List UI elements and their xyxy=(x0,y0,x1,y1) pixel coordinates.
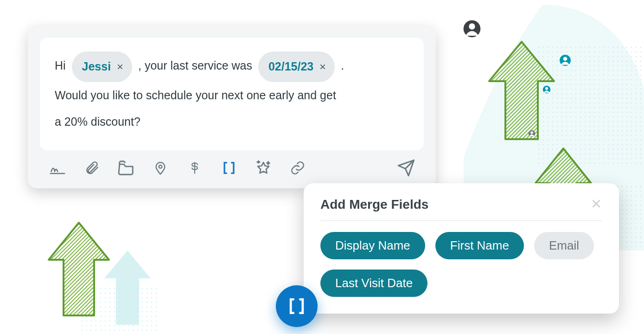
paperclip-icon[interactable] xyxy=(83,159,101,177)
svg-point-10 xyxy=(545,87,548,90)
person-icon-small xyxy=(542,85,551,94)
brackets-icon[interactable] xyxy=(220,159,238,177)
svg-point-6 xyxy=(469,23,475,29)
editor-text: a 20% discount? xyxy=(55,109,409,135)
message-editor[interactable]: Hi Jessi , your last service was 02/15/2… xyxy=(40,38,424,150)
merge-popover-title: Add Merge Fields xyxy=(320,197,428,212)
merge-chip-label: 02/15/23 xyxy=(268,53,313,80)
location-pin-icon[interactable] xyxy=(151,159,170,177)
editor-text: Hi xyxy=(55,59,66,72)
merge-field-first-name[interactable]: First Name xyxy=(435,232,524,259)
editor-text: , your last service was xyxy=(138,59,252,72)
person-icon-small xyxy=(559,54,571,66)
chip-remove-icon[interactable] xyxy=(319,63,326,71)
folder-icon[interactable] xyxy=(117,159,135,177)
dollar-icon[interactable] xyxy=(185,159,204,177)
person-icon xyxy=(463,19,481,38)
sparkle-star-icon[interactable] xyxy=(254,159,273,177)
merge-chip-name[interactable]: Jessi xyxy=(72,51,133,82)
merge-field-fab[interactable] xyxy=(276,285,318,327)
send-button[interactable] xyxy=(397,159,415,177)
editor-text: Would you like to schedule your next one… xyxy=(55,82,409,109)
message-composer: Hi Jessi , your last service was 02/15/2… xyxy=(28,26,436,188)
decorative-arrow-bottom-left xyxy=(44,218,160,334)
link-icon[interactable] xyxy=(288,159,307,177)
close-icon[interactable] xyxy=(590,198,602,212)
merge-chip-date[interactable]: 02/15/23 xyxy=(258,51,335,82)
merge-chip-label: Jessi xyxy=(82,53,111,80)
merge-field-display-name[interactable]: Display Name xyxy=(320,232,425,259)
chip-remove-icon[interactable] xyxy=(116,63,124,71)
merge-fields-popover: Add Merge Fields Display Name First Name… xyxy=(304,183,619,314)
merge-field-email[interactable]: Email xyxy=(534,232,594,259)
merge-fields-list: Display Name First Name Email Last Visit… xyxy=(320,232,602,297)
svg-point-13 xyxy=(159,165,162,168)
svg-rect-1 xyxy=(81,288,160,334)
svg-rect-3 xyxy=(538,46,644,167)
person-icon-small xyxy=(528,130,536,137)
composer-toolbar xyxy=(40,150,424,182)
merge-field-last-visit[interactable]: Last Visit Date xyxy=(320,270,427,297)
editor-text: . xyxy=(341,59,344,72)
svg-point-12 xyxy=(530,131,533,134)
svg-point-8 xyxy=(563,57,567,61)
signature-icon[interactable] xyxy=(48,159,67,177)
